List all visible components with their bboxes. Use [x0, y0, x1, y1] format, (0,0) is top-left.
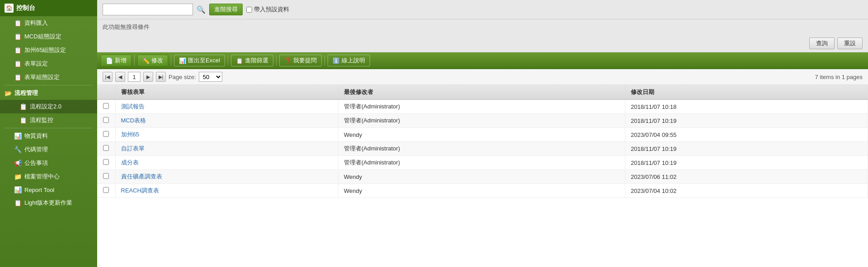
online-help-icon: ℹ️ — [333, 57, 340, 64]
row-checkbox[interactable] — [103, 173, 109, 179]
row-modifier: 管理者(Administrator) — [338, 156, 625, 170]
edit-icon: ✏️ — [142, 57, 150, 64]
row-checkbox-cell[interactable] — [97, 114, 115, 128]
row-modifier: 管理者(Administrator) — [338, 142, 625, 156]
toolbar-separator-5 — [324, 55, 325, 66]
table-row: MCD表格 管理者(Administrator) 2018/11/07 10:1… — [97, 114, 868, 128]
sidebar-item-label: 資料匯入 — [24, 19, 48, 27]
sidebar-item-label: 流程設定2.0 — [30, 103, 61, 111]
pagination-left: |◀ ◀ 1 ▶ ▶| Page size: 10 25 50 100 — [103, 72, 222, 82]
current-page: 1 — [128, 72, 141, 82]
row-form[interactable]: 自訂表單 — [115, 142, 338, 156]
row-modifier: Wendy — [338, 170, 625, 184]
sidebar-item-data-import[interactable]: 📋 資料匯入 — [0, 16, 97, 30]
row-modifier: Wendy — [338, 184, 625, 198]
row-form[interactable]: 成分表 — [115, 156, 338, 170]
sidebar-item-form-setting[interactable]: 📋 表單設定 — [0, 57, 97, 70]
sidebar-item-proxy-mgmt[interactable]: 🔧 代碼管理 — [0, 143, 97, 156]
reset-button[interactable]: 重設 — [837, 37, 863, 49]
sidebar-item-file-mgmt[interactable]: 📁 檔案管理中心 — [0, 170, 97, 183]
light-update-icon: 📋 — [14, 199, 22, 206]
sidebar-item-mcd-config[interactable]: 📋 MCD組態設定 — [0, 30, 97, 43]
row-form[interactable]: REACH調查表 — [115, 184, 338, 198]
advance-filter-button[interactable]: 📋 進階篩選 — [231, 55, 273, 66]
row-checkbox-cell[interactable] — [97, 128, 115, 142]
sidebar-item-announcement[interactable]: 📢 公告事項 — [0, 156, 97, 170]
workflow-monitor-icon: 📋 — [19, 117, 27, 124]
row-modified-date: 2023/07/06 11:02 — [625, 170, 868, 184]
edit-button[interactable]: ✏️ 修改 — [137, 55, 168, 66]
row-form[interactable]: MCD表格 — [115, 114, 338, 128]
sidebar-item-label: Light版本更新作業 — [24, 199, 72, 207]
row-checkbox[interactable] — [103, 145, 109, 151]
row-form[interactable]: 測試報告 — [115, 100, 338, 114]
preset-data-checkbox-label[interactable]: 帶入預設資料 — [246, 5, 289, 14]
new-icon: 📄 — [106, 57, 113, 64]
table-toolbar: 📄 新增 ✏️ 修改 📊 匯出至Excel 📋 進階篩選 ❓ 我要提問 ℹ️ 線… — [97, 52, 868, 69]
table-row: 責任礦產調查表 Wendy 2023/07/06 11:02 — [97, 170, 868, 184]
preset-data-checkbox[interactable] — [246, 7, 252, 13]
row-modified-date: 2018/11/07 10:19 — [625, 114, 868, 128]
sidebar-item-label: MCD組態設定 — [24, 33, 61, 41]
export-excel-button[interactable]: 📊 匯出至Excel — [174, 55, 225, 66]
data-import-icon: 📋 — [14, 19, 22, 27]
row-modified-date: 2023/07/04 09:55 — [625, 128, 868, 142]
row-checkbox[interactable] — [103, 103, 109, 109]
advance-search-button[interactable]: 進階搜尋 — [209, 4, 243, 15]
prev-page-button[interactable]: ◀ — [115, 72, 125, 82]
search-input[interactable] — [103, 4, 193, 15]
sidebar-item-substance[interactable]: 📊 物質資料 — [0, 129, 97, 143]
sidebar-item-label: 檔案管理中心 — [24, 173, 60, 181]
sidebar-item-ca65-config[interactable]: 📋 加州65組態設定 — [0, 43, 97, 57]
file-mgmt-icon: 📁 — [14, 173, 22, 180]
sidebar-item-workflow-mgmt[interactable]: 📂 流程管理 — [0, 86, 97, 100]
row-checkbox[interactable] — [103, 159, 109, 165]
row-checkbox-cell[interactable] — [97, 142, 115, 156]
online-help-button[interactable]: ℹ️ 線上說明 — [328, 55, 370, 66]
workflow-folder-icon: 📂 — [5, 90, 12, 97]
sidebar-header[interactable]: 🏠 控制台 — [0, 0, 97, 16]
sidebar-item-report-tool[interactable]: 📊 Report Tool — [0, 183, 97, 196]
row-checkbox[interactable] — [103, 117, 109, 123]
row-checkbox[interactable] — [103, 187, 109, 193]
first-page-button[interactable]: |◀ — [103, 72, 113, 82]
row-checkbox[interactable] — [103, 131, 109, 137]
form-setting-icon: 📋 — [14, 60, 22, 67]
row-form[interactable]: 責任礦產調查表 — [115, 170, 338, 184]
pagination-bar: |◀ ◀ 1 ▶ ▶| Page size: 10 25 50 100 7 it… — [97, 69, 868, 85]
col-form: 審核表單 — [115, 85, 338, 100]
row-checkbox-cell[interactable] — [97, 184, 115, 198]
sidebar-item-workflow-monitor[interactable]: 📋 流程監控 — [0, 113, 97, 127]
table-row: 測試報告 管理者(Administrator) 2018/11/07 10:18 — [97, 100, 868, 114]
sidebar-item-workflow-setting[interactable]: 📋 流程設定2.0 — [0, 100, 97, 113]
data-table: 審核表單 最後修改者 修改日期 測試報告 管理者(Administrator) … — [97, 85, 868, 198]
help-icon: ❓ — [284, 57, 291, 64]
sidebar-item-label: 代碼管理 — [24, 145, 48, 154]
row-form[interactable]: 加州65 — [115, 128, 338, 142]
toolbar-separator-1 — [134, 55, 135, 66]
next-page-button[interactable]: ▶ — [143, 72, 153, 82]
row-modifier: 管理者(Administrator) — [338, 100, 625, 114]
row-modifier: Wendy — [338, 128, 625, 142]
row-checkbox-cell[interactable] — [97, 156, 115, 170]
row-modified-date: 2018/11/07 10:19 — [625, 142, 868, 156]
substance-icon: 📊 — [14, 132, 22, 140]
new-button[interactable]: 📄 新增 — [101, 55, 131, 66]
filter-icon: 📋 — [236, 57, 243, 64]
last-page-button[interactable]: ▶| — [156, 72, 166, 82]
workflow-setting-icon: 📋 — [19, 103, 27, 110]
query-bar: 查詢 重設 — [97, 35, 868, 52]
row-modified-date: 2018/11/07 10:18 — [625, 100, 868, 114]
col-modifier: 最後修改者 — [338, 85, 625, 100]
sidebar-header-label: 控制台 — [16, 4, 35, 12]
sidebar-item-light-update[interactable]: 📋 Light版本更新作業 — [0, 196, 97, 210]
sidebar-item-label: 流程管理 — [14, 89, 38, 97]
sidebar-item-form-group-setting[interactable]: 📋 表單組態設定 — [0, 70, 97, 84]
page-size-select[interactable]: 10 25 50 100 — [199, 72, 222, 82]
control-panel-icon: 🏠 — [5, 4, 14, 13]
row-checkbox-cell[interactable] — [97, 100, 115, 114]
help-button[interactable]: ❓ 我要提問 — [279, 55, 322, 66]
query-button[interactable]: 查詢 — [809, 37, 835, 49]
row-checkbox-cell[interactable] — [97, 170, 115, 184]
sidebar-item-label: 物質資料 — [24, 132, 48, 140]
